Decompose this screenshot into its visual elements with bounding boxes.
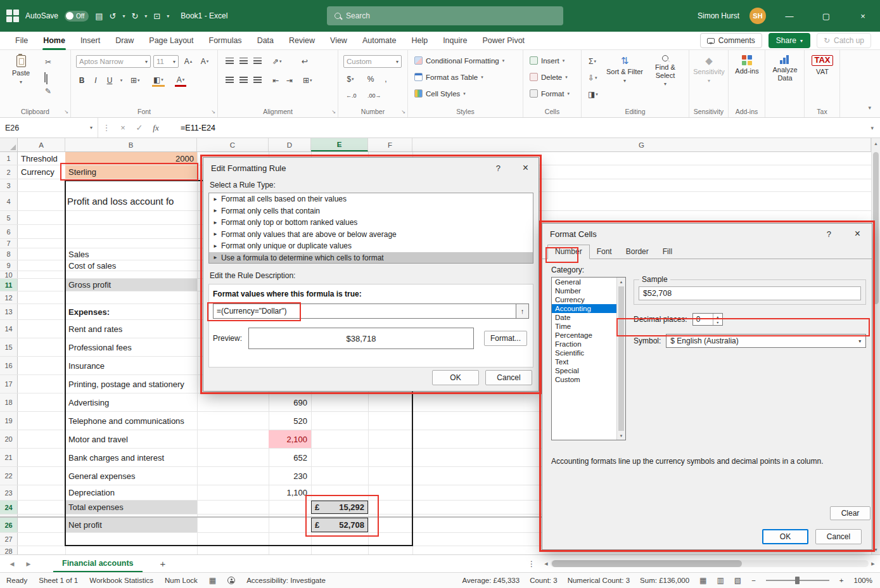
undo-caret-icon[interactable]: ▾: [122, 13, 125, 19]
align-top-icon[interactable]: [226, 58, 234, 64]
share-button[interactable]: Share▾: [768, 33, 810, 48]
percent-style-button[interactable]: %: [365, 73, 376, 86]
cell-B23[interactable]: Depreciation: [65, 485, 197, 500]
decrease-font-button[interactable]: A▾: [199, 55, 210, 68]
col-header-G[interactable]: G: [412, 138, 871, 151]
category-option[interactable]: General: [552, 278, 616, 286]
formula-input[interactable]: =E11-E24: [181, 124, 215, 132]
rule-type-option[interactable]: ►Format only cells that contain: [209, 205, 533, 217]
row-header-26[interactable]: 26: [0, 518, 18, 532]
spin-up-icon[interactable]: ▴: [713, 314, 722, 319]
cancel-entry-icon[interactable]: ×: [115, 123, 131, 132]
clipboard-dialog-launcher-icon[interactable]: ↘: [64, 109, 68, 115]
insert-function-icon[interactable]: fx: [148, 123, 164, 133]
redo-caret-icon[interactable]: ▾: [144, 13, 147, 19]
tab-number[interactable]: Number: [547, 245, 590, 259]
cell-B20[interactable]: Motor and travel: [65, 430, 197, 448]
format-cells-button[interactable]: Format▾: [530, 89, 570, 98]
category-option[interactable]: Special: [552, 366, 616, 375]
analyze-data-button[interactable]: Analyze Data: [767, 55, 803, 82]
cell-B14[interactable]: Rent and rates: [65, 320, 197, 338]
row-header-hidden-25[interactable]: [0, 514, 18, 516]
row-header-8[interactable]: 8: [0, 248, 18, 260]
row-header-22[interactable]: 22: [0, 467, 18, 485]
col-header-B[interactable]: B: [65, 138, 197, 151]
rule-type-option[interactable]: ►Format only top or bottom ranked values: [209, 217, 533, 229]
scroll-up-icon[interactable]: ▲: [617, 278, 625, 286]
underline-button[interactable]: U: [104, 74, 115, 87]
scroll-left-icon[interactable]: ◀: [542, 561, 551, 566]
cell-D22[interactable]: 230: [269, 467, 311, 485]
save-icon[interactable]: ▤: [95, 12, 103, 20]
rule-type-option[interactable]: ►Format only values that are above or be…: [209, 229, 533, 241]
row-header-17[interactable]: 17: [0, 375, 18, 393]
workbook-statistics[interactable]: Workbook Statistics: [89, 577, 153, 584]
sheet-tab-financial-accounts[interactable]: Financial accounts: [53, 555, 143, 572]
zoom-slider-thumb[interactable]: [795, 577, 800, 584]
tax-vat-button[interactable]: TAX VAT: [810, 55, 835, 76]
cell-B13[interactable]: Expenses:: [65, 304, 197, 319]
increase-font-button[interactable]: A▴: [182, 55, 194, 68]
zoom-slider[interactable]: [766, 580, 829, 581]
fill-color-button[interactable]: ◧▾: [152, 74, 165, 87]
row-header-10[interactable]: 10: [0, 271, 18, 278]
user-name[interactable]: Simon Hurst: [698, 11, 739, 20]
ribbon-tab-power-pivot[interactable]: Power Pivot: [476, 32, 531, 50]
horizontal-scroll-thumb[interactable]: [552, 560, 742, 567]
ribbon-tab-inquire[interactable]: Inquire: [437, 32, 473, 50]
cell-B2[interactable]: Sterling: [65, 165, 197, 179]
zoom-out-icon[interactable]: −: [751, 577, 756, 584]
decimal-places-stepper[interactable]: 0 ▴▾: [692, 313, 723, 326]
close-icon[interactable]: ×: [523, 162, 528, 174]
borders-button[interactable]: ⊞▾: [129, 74, 141, 87]
conditional-formatting-button[interactable]: Conditional Formatting▾: [414, 56, 504, 65]
cell-E24[interactable]: £15,292: [311, 501, 368, 514]
normal-view-icon[interactable]: ▦: [699, 576, 706, 585]
row-header-13[interactable]: 13: [0, 304, 18, 319]
delete-cells-button[interactable]: Delete▾: [530, 73, 568, 81]
ribbon-tab-review[interactable]: Review: [283, 32, 321, 50]
row-header-3[interactable]: 3: [0, 179, 18, 191]
cell-B26[interactable]: Net profit: [65, 518, 197, 532]
select-all-corner[interactable]: [0, 138, 18, 151]
horizontal-scroll-track[interactable]: [551, 560, 869, 567]
page-layout-view-icon[interactable]: ▥: [717, 576, 724, 585]
decrease-decimal-button[interactable]: .00→: [366, 89, 383, 102]
increase-decimal-button[interactable]: ←.0: [345, 89, 358, 102]
row-header-7[interactable]: 7: [0, 239, 18, 248]
ok-button[interactable]: OK: [432, 370, 479, 385]
format-painter-button[interactable]: ✎: [42, 86, 54, 97]
alignment-dialog-launcher-icon[interactable]: ↘: [331, 109, 336, 115]
minimize-button[interactable]: —: [776, 0, 803, 32]
row-header-21[interactable]: 21: [0, 449, 18, 466]
collapse-dialog-icon[interactable]: ↑: [516, 304, 528, 318]
wrap-text-button[interactable]: ↩: [299, 55, 310, 68]
col-header-F[interactable]: F: [368, 138, 412, 151]
cell-B19[interactable]: Telephone and communications: [65, 412, 197, 430]
decrease-indent-button[interactable]: ⇤: [270, 74, 281, 87]
category-option[interactable]: Scientific: [552, 348, 616, 357]
redo-icon[interactable]: ↻: [131, 12, 138, 20]
ribbon-tab-view[interactable]: View: [324, 32, 354, 50]
ribbon-tab-page-layout[interactable]: Page Layout: [143, 32, 200, 50]
zoom-in-icon[interactable]: +: [839, 577, 844, 584]
ribbon-tab-home[interactable]: Home: [37, 32, 72, 50]
row-header-20[interactable]: 20: [0, 430, 18, 448]
underline-caret[interactable]: ▾: [115, 74, 127, 87]
ribbon-tab-insert[interactable]: Insert: [74, 32, 106, 50]
category-option[interactable]: Percentage: [552, 331, 616, 340]
dialog-title[interactable]: Edit Formatting Rule: [203, 158, 539, 178]
accessibility-status[interactable]: Accessibility: Investigate: [246, 577, 326, 584]
tab-border[interactable]: Border: [619, 245, 656, 259]
ok-button[interactable]: OK: [762, 529, 808, 544]
row-header-24[interactable]: 24: [0, 501, 18, 514]
dialog-title[interactable]: Format Cells: [542, 224, 872, 244]
sheet-options-icon[interactable]: ⋮: [528, 559, 535, 568]
cell-B9[interactable]: Cost of sales: [65, 260, 197, 271]
expand-formula-bar-icon[interactable]: ▾: [870, 125, 880, 131]
row-header-4[interactable]: 4: [0, 192, 18, 210]
cell-E26[interactable]: £52,708: [311, 518, 368, 532]
vertical-scroll-thumb[interactable]: [873, 152, 879, 304]
ribbon-tab-file[interactable]: File: [9, 32, 34, 50]
cell-styles-button[interactable]: Cell Styles▾: [414, 89, 466, 98]
